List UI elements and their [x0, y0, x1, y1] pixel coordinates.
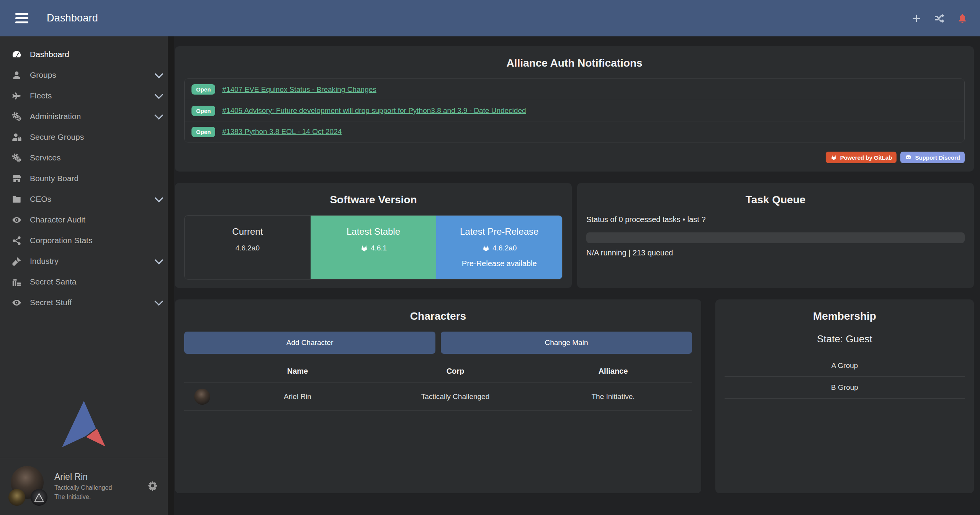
- sidebar-item-label: Groups: [30, 70, 56, 80]
- notification-link[interactable]: #1383 Python 3.8 EOL - 14 Oct 2024: [222, 128, 342, 136]
- sidebar-item-label: Dashboard: [30, 50, 69, 59]
- status-badge: Open: [191, 127, 215, 137]
- topbar-actions: [910, 12, 969, 25]
- characters-title: Characters: [184, 310, 692, 322]
- characters-actions: Add Character Change Main: [184, 332, 692, 354]
- footer-badges: Powered by GitLab Support Discord: [184, 152, 965, 163]
- character-row-portrait: [194, 389, 210, 405]
- user-info: Ariel Rin Tactically Challenged The Init…: [54, 471, 112, 501]
- sidebar-item-label: Character Audit: [30, 215, 85, 224]
- membership-group-b-group: B Group: [725, 377, 965, 399]
- chevron-down-icon: [155, 194, 164, 203]
- characters-table-header: NameCorpAlliance: [184, 363, 692, 383]
- sidebar: DashboardGroupsFleetsAdministrationSecur…: [0, 36, 174, 515]
- version-grid: Current 4.6.2a0 Latest Stable 4.6.1 Late…: [184, 215, 563, 280]
- dashboard-icon: [8, 49, 25, 60]
- user-icon: [8, 70, 25, 80]
- user-alliance: The Initiative.: [54, 492, 112, 501]
- sidebar-item-character-audit[interactable]: Character Audit: [0, 209, 168, 230]
- prerelease-note: Pre-Release available: [462, 259, 537, 268]
- sidebar-item-groups[interactable]: Groups: [0, 65, 168, 85]
- notification-row: Open#1407 EVE Equinox Status - Breaking …: [185, 79, 964, 100]
- notification-row: Open#1405 Advisory: Future development w…: [185, 100, 964, 121]
- chevron-down-icon: [155, 111, 164, 120]
- software-version-title: Software Version: [184, 194, 563, 206]
- change-main-button[interactable]: Change Main: [441, 332, 692, 354]
- notifications-panel: Alliance Auth Notifications Open#1407 EV…: [175, 46, 974, 172]
- top-bar: Dashboard: [0, 0, 980, 36]
- gifts-icon: [8, 277, 25, 287]
- membership-state: State: Guest: [725, 333, 965, 345]
- notification-link[interactable]: #1405 Advisory: Future development will …: [222, 106, 526, 115]
- software-version-panel: Software Version Current 4.6.2a0 Latest …: [175, 183, 572, 288]
- status-badge: Open: [191, 106, 215, 116]
- hamburger-menu-icon[interactable]: [14, 11, 30, 25]
- membership-group-list: A GroupB Group: [725, 355, 965, 399]
- cell-alliance: The Initiative.: [534, 392, 692, 401]
- current-label: Current: [232, 226, 263, 237]
- main-content: Alliance Auth Notifications Open#1407 EV…: [174, 36, 980, 515]
- user-name: Ariel Rin: [54, 471, 112, 483]
- task-queue-panel: Task Queue Status of 0 processed tasks •…: [577, 183, 974, 288]
- sidebar-item-secret-santa[interactable]: Secret Santa: [0, 271, 168, 292]
- cell-corp: Tactically Challenged: [376, 392, 534, 401]
- cell-name: Ariel Rin: [219, 392, 376, 401]
- gitlab-badge-label: Powered by GitLab: [840, 154, 892, 161]
- support-discord-badge[interactable]: Support Discord: [900, 152, 965, 163]
- notifications-title: Alliance Auth Notifications: [184, 57, 965, 69]
- membership-panel: Membership State: Guest A GroupB Group: [715, 299, 974, 493]
- add-character-button[interactable]: Add Character: [184, 332, 435, 354]
- shuffle-icon[interactable]: [933, 12, 946, 25]
- gears-icon: [8, 153, 25, 163]
- user-corp: Tactically Challenged: [54, 483, 112, 492]
- sidebar-item-label: Secret Stuff: [30, 298, 72, 307]
- alliance-auth-logo: [0, 401, 168, 458]
- sidebar-item-secret-stuff[interactable]: Secret Stuff: [0, 292, 168, 313]
- version-task-row: Software Version Current 4.6.2a0 Latest …: [175, 183, 974, 288]
- sidebar-item-secure-groups[interactable]: Secure Groups: [0, 127, 168, 147]
- notification-row: Open#1383 Python 3.8 EOL - 14 Oct 2024: [185, 121, 964, 142]
- version-prerelease-box: Latest Pre-Release 4.6.2a0 Pre-Release a…: [436, 216, 562, 279]
- hammer-icon: [8, 256, 25, 266]
- column-header-name: Name: [219, 367, 376, 376]
- folder-icon: [8, 194, 25, 204]
- eye-icon: [8, 298, 25, 308]
- bell-icon[interactable]: [956, 12, 969, 25]
- sidebar-item-bounty-board[interactable]: Bounty Board: [0, 168, 168, 189]
- sidebar-item-label: CEOs: [30, 195, 51, 204]
- sidebar-item-administration[interactable]: Administration: [0, 106, 168, 127]
- sidebar-item-industry[interactable]: Industry: [0, 251, 168, 271]
- table-row: Ariel RinTactically ChallengedThe Initia…: [184, 383, 692, 411]
- plus-icon[interactable]: [910, 12, 923, 25]
- share-icon: [8, 235, 25, 246]
- sidebar-item-ceos[interactable]: CEOs: [0, 189, 168, 209]
- gears-icon: [8, 111, 25, 122]
- prerelease-version: 4.6.2a0: [482, 244, 517, 252]
- sidebar-item-services[interactable]: Services: [0, 147, 168, 168]
- membership-title: Membership: [725, 310, 965, 322]
- user-panel: Ariel Rin Tactically Challenged The Init…: [0, 458, 168, 515]
- sidebar-item-fleets[interactable]: Fleets: [0, 85, 168, 106]
- eye-icon: [8, 215, 25, 225]
- sidebar-item-label: Industry: [30, 257, 59, 266]
- prerelease-label: Latest Pre-Release: [460, 226, 538, 237]
- sidebar-item-corporation-stats[interactable]: Corporation Stats: [0, 230, 168, 251]
- chevron-down-icon: [155, 70, 164, 78]
- sidebar-item-dashboard[interactable]: Dashboard: [0, 44, 168, 65]
- sidebar-item-label: Secure Groups: [30, 132, 84, 142]
- stable-label: Latest Stable: [347, 226, 400, 237]
- corp-logo: [8, 489, 25, 506]
- sidebar-item-label: Corporation Stats: [30, 236, 92, 245]
- membership-group-a-group: A Group: [725, 355, 965, 377]
- notification-link[interactable]: #1407 EVE Equinox Status - Breaking Chan…: [222, 85, 376, 94]
- gitlab-icon: [830, 154, 837, 161]
- gear-icon[interactable]: [147, 481, 158, 491]
- store-icon: [8, 173, 25, 184]
- fighter-jet-icon: [8, 91, 25, 101]
- discord-icon: [905, 154, 912, 161]
- gitlab-icon: [482, 244, 490, 252]
- gitlab-icon: [360, 244, 368, 252]
- discord-badge-label: Support Discord: [915, 154, 960, 161]
- sidebar-item-label: Services: [30, 153, 61, 162]
- powered-by-gitlab-badge[interactable]: Powered by GitLab: [826, 152, 897, 163]
